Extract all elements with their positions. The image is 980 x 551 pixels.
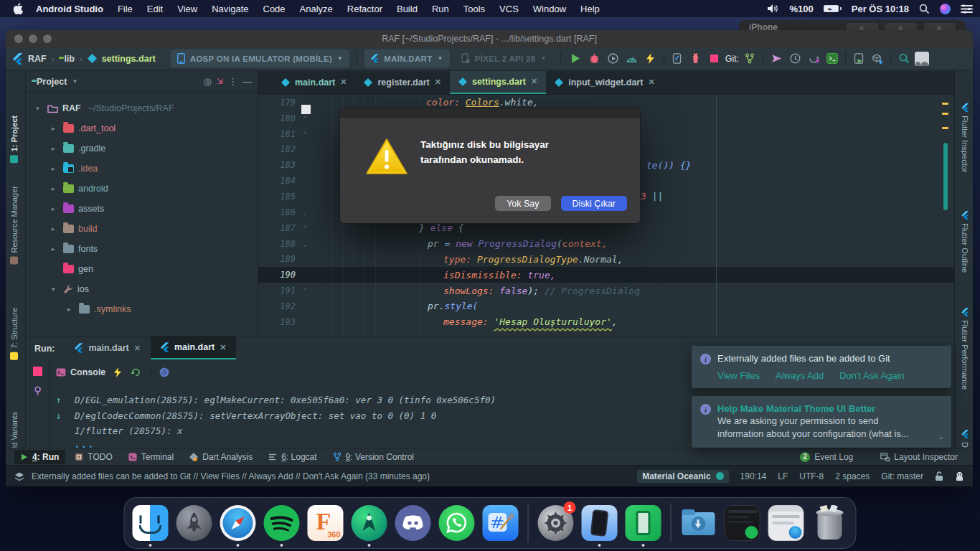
always-add-link[interactable]: Always Add: [776, 370, 824, 381]
volume-icon[interactable]: [768, 4, 780, 14]
menu-item-help[interactable]: Help: [580, 4, 600, 14]
fold-marker-icon[interactable]: ⌃: [296, 131, 314, 138]
menu-item-file[interactable]: File: [118, 4, 133, 14]
fold-marker-icon[interactable]: ⌄: [296, 240, 314, 248]
hot-reload-icon[interactable]: [114, 367, 122, 377]
dock-icon-system-preferences[interactable]: 1: [537, 504, 575, 542]
menu-item-navigate[interactable]: Navigate: [212, 4, 248, 14]
chevron-expanded-icon[interactable]: ▾: [52, 286, 59, 293]
tool-strip-1-project[interactable]: 1: Project: [10, 116, 19, 163]
dock-icon-phone-mirror[interactable]: [625, 504, 662, 542]
code-line-189[interactable]: 189type: ProgressDialogType.Normal,: [258, 251, 954, 267]
toolwindow-button-todo[interactable]: TODO: [68, 450, 118, 464]
tree-root-raf[interactable]: ▾RAF~/StudioProjects/RAF: [26, 98, 258, 118]
unlock-icon[interactable]: [935, 471, 943, 481]
code-line-193[interactable]: 193message: 'Hesap Oluşturuluyor',: [258, 314, 954, 330]
fold-marker-icon[interactable]: ⌃: [296, 225, 314, 232]
breadcrumb-file[interactable]: settings.dart: [102, 54, 156, 64]
menu-item-run[interactable]: Run: [432, 4, 449, 14]
menu-item-build[interactable]: Build: [397, 4, 418, 14]
view-files-link[interactable]: View Files: [717, 370, 760, 381]
close-tab-icon[interactable]: ✕: [648, 77, 654, 87]
theme-switcher[interactable]: Material Oceanic: [637, 470, 728, 483]
fold-marker-icon[interactable]: ⌃: [296, 287, 314, 294]
notifications-icon[interactable]: [955, 471, 964, 481]
dock-icon-launchpad[interactable]: [176, 504, 213, 542]
menu-item-edit[interactable]: Edit: [147, 4, 163, 14]
close-tab-icon[interactable]: ✕: [340, 77, 347, 87]
git-branch-button[interactable]: [742, 51, 758, 67]
control-center-icon[interactable]: [961, 4, 973, 14]
scroll-arrow-icon[interactable]: ↑: [56, 395, 75, 405]
status-item-3[interactable]: 2 spaces: [835, 471, 870, 481]
menu-item-window[interactable]: Window: [533, 4, 566, 14]
run-config-dropdown[interactable]: MAİN.DART ▼: [364, 50, 449, 67]
code-line-190[interactable]: 190isDismissible: true,: [258, 267, 954, 283]
terminal-button[interactable]: [824, 51, 840, 67]
profile-avatar[interactable]: [915, 52, 929, 66]
run-button[interactable]: [568, 51, 584, 67]
chevron-collapsed-icon[interactable]: ▸: [67, 306, 75, 313]
tool-strip-flutter-outline[interactable]: Flutter Outline: [961, 211, 969, 273]
dock-icon-trash[interactable]: [811, 504, 849, 542]
tree-item-build[interactable]: ▸build: [26, 219, 258, 239]
debug-button[interactable]: [587, 51, 603, 67]
menu-item-android-studio[interactable]: Android Studio: [36, 4, 103, 14]
tool-strip-7-structure[interactable]: 7: Structure: [10, 308, 19, 360]
breadcrumb-lib[interactable]: lib: [64, 54, 75, 64]
toolwindow-button--logcat[interactable]: 6: Logcat: [262, 450, 323, 464]
code-line-188[interactable]: 188⌄pr = new ProgressDialog(context,: [258, 236, 954, 252]
tree-item-fonts[interactable]: ▸fonts: [26, 239, 258, 259]
menu-item-analyze[interactable]: Analyze: [300, 4, 333, 14]
chevron-collapsed-icon[interactable]: ▸: [52, 225, 59, 232]
console-tab[interactable]: Console: [56, 367, 105, 377]
collapse-all-icon[interactable]: ⇲: [217, 77, 223, 86]
tab-register-dart[interactable]: register.dart✕: [355, 71, 449, 94]
toolwindow-button--run[interactable]: 4: Run: [14, 450, 65, 464]
tree-item--symlinks[interactable]: ▸.symlinks: [26, 299, 258, 319]
device-manager-button[interactable]: [851, 51, 867, 67]
breadcrumb-project[interactable]: RAF: [28, 54, 47, 64]
pin-tab-icon[interactable]: ⚲: [34, 385, 41, 396]
dock-icon-xcode[interactable]: [482, 504, 519, 542]
dock-icon-discord[interactable]: [395, 504, 432, 542]
chevron-expanded-icon[interactable]: ▾: [36, 105, 43, 112]
status-item-1[interactable]: LF: [778, 471, 788, 481]
dialog-title-bar[interactable]: [340, 108, 640, 118]
hot-restart-icon[interactable]: [131, 367, 141, 377]
tree-item-ios[interactable]: ▾ios: [26, 279, 258, 299]
toolwindow-toggle-icon[interactable]: [14, 471, 24, 481]
git-push-button[interactable]: [768, 51, 784, 67]
tree-item--idea[interactable]: ▸.idea: [26, 159, 258, 179]
hide-panel-icon[interactable]: —: [242, 76, 252, 87]
tab-input_widget-dart[interactable]: input_widget.dart✕: [546, 71, 663, 94]
dont-ask-again-link[interactable]: Don't Ask Again: [839, 370, 905, 381]
close-tab-icon[interactable]: ✕: [134, 344, 141, 353]
close-tab-icon[interactable]: ✕: [531, 77, 537, 86]
chevron-collapsed-icon[interactable]: ▸: [52, 125, 59, 132]
git-notification[interactable]: i Externally added files can be added to…: [692, 346, 951, 388]
panel-options-icon[interactable]: ⋮: [228, 76, 237, 87]
flutter-app-icon[interactable]: [159, 367, 169, 377]
toolwindow-button-layout-inspector[interactable]: Layout Inspector: [874, 450, 964, 464]
menu-clock[interactable]: Per ÖS 10:18: [852, 4, 909, 14]
material-theme-notification[interactable]: i Help Make Material Theme UI Better We …: [692, 396, 951, 448]
dock-icon-fusion-360[interactable]: F360: [307, 504, 344, 542]
eject-disk-button[interactable]: Diski Çıkar: [561, 196, 627, 211]
scroll-arrow-icon[interactable]: ↓: [56, 410, 75, 421]
tree-item-android[interactable]: ▸android: [26, 179, 258, 199]
dock-icon-minimized-window-spotify[interactable]: [724, 504, 761, 542]
menu-item-view[interactable]: View: [177, 4, 197, 14]
toolwindow-button-dart-analysis[interactable]: Dart Analysis: [183, 450, 259, 464]
dock-icon-minimized-window-safari[interactable]: [768, 504, 805, 542]
ignore-button[interactable]: Yok Say: [495, 196, 550, 211]
tool-strip-flutter-performance[interactable]: Flutter Performance: [961, 308, 969, 390]
code-line-191[interactable]: 191⌃showLogs: false); // ProgressDialog: [258, 283, 954, 298]
dock-icon-android-studio[interactable]: [351, 504, 388, 542]
menu-item-code[interactable]: Code: [263, 4, 286, 14]
fold-marker-icon[interactable]: ⌃: [296, 115, 314, 122]
tool-strip-resource-manager[interactable]: Resource Manager: [10, 186, 19, 265]
dock-icon-simulator[interactable]: [581, 504, 618, 542]
update-button[interactable]: [806, 51, 821, 67]
toolwindow-button--version-control[interactable]: 9: Version Control: [326, 450, 420, 464]
